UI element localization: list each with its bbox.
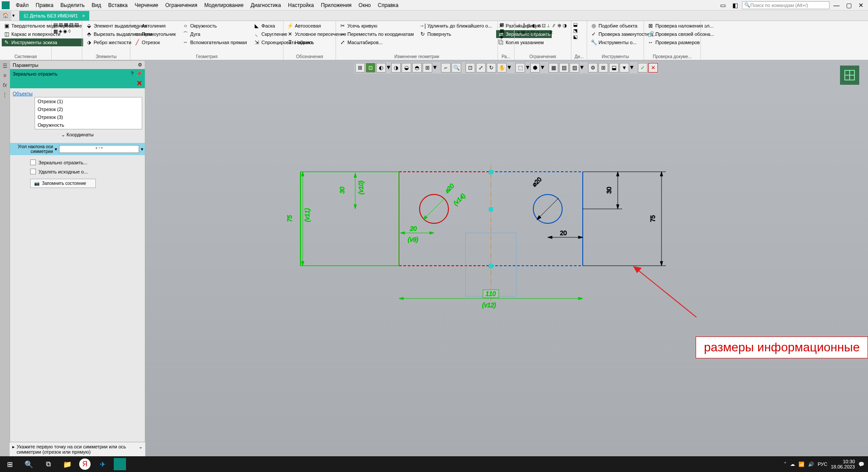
constraint-icon[interactable]: ⊙ <box>527 23 531 28</box>
constraint-icon[interactable]: □ <box>545 30 548 35</box>
menu-file[interactable]: Файл <box>12 1 32 9</box>
dropdown-icon[interactable]: ▾ <box>141 146 144 152</box>
extend-button[interactable]: →|Удлинить до ближайшего о... <box>418 22 494 30</box>
angle-input[interactable]: ° ' " <box>59 145 139 153</box>
vt-apply-icon[interactable]: ✓ <box>638 63 648 73</box>
tool-icon[interactable]: ▩ <box>53 28 58 34</box>
vt-icon[interactable]: ⊞ <box>423 63 432 73</box>
pin-icon[interactable]: 📌 <box>136 71 142 76</box>
dropdown-icon[interactable]: ▾ <box>541 63 544 73</box>
start-button[interactable]: ⊞ <box>0 456 19 472</box>
vt-icon[interactable]: ⊞ <box>598 63 608 73</box>
dropdown-icon[interactable]: ▾ <box>433 63 437 73</box>
layout2-icon[interactable]: ◧ <box>730 1 740 9</box>
vt-icon[interactable]: ▨ <box>570 63 579 73</box>
vt-cancel-icon[interactable]: ✕ <box>648 63 658 73</box>
layout-icon[interactable]: ▭ <box>718 1 728 9</box>
cloud-icon[interactable]: ☁ <box>790 462 795 467</box>
vt-icon[interactable]: ◐ <box>376 63 386 73</box>
menu-insert[interactable]: Вставка <box>105 1 131 9</box>
kompas-button[interactable] <box>114 458 126 470</box>
tool-icon[interactable]: ▥ <box>59 22 63 28</box>
overlap-check-button[interactable]: ⊠Проверка наложения эл... <box>646 22 716 30</box>
list-icon[interactable]: ⋮ <box>1 91 9 99</box>
taskview-button[interactable]: ⧉ <box>38 456 58 472</box>
vt-icon[interactable]: ⚙ <box>588 63 598 73</box>
dropdown-icon[interactable]: ▾ <box>526 63 529 73</box>
tool-icon[interactable]: ◈ <box>500 34 504 40</box>
explorer-button[interactable]: 📁 <box>58 456 77 472</box>
menu-diagnostics[interactable]: Диагностика <box>247 1 285 9</box>
tab-close-icon[interactable]: × <box>82 13 85 18</box>
dropdown-icon[interactable]: ▾ <box>387 63 390 73</box>
tab-dropdown[interactable]: ▾ <box>12 13 19 18</box>
objects-label[interactable]: Объекты <box>13 91 32 96</box>
yandex-button[interactable]: Я <box>79 458 91 470</box>
constraint-icon[interactable]: ⊡ <box>542 23 546 28</box>
tool-icon[interactable]: ◊ <box>68 28 70 34</box>
delete-checkbox-row[interactable]: Удалять исходные о... <box>13 167 142 176</box>
menu-modeling[interactable]: Моделирование <box>201 1 247 9</box>
constraint-icon[interactable]: ⫽ <box>551 23 556 28</box>
rectangle-button[interactable]: ▭Прямоугольник <box>132 30 177 38</box>
dropdown-icon[interactable]: ▾ <box>630 63 634 73</box>
menu-select[interactable]: Выделить <box>57 1 88 9</box>
checkbox[interactable] <box>30 169 36 174</box>
menu-draw[interactable]: Черчение <box>131 1 162 9</box>
list-item[interactable]: Отрезок (2) <box>35 105 142 113</box>
vt-icon[interactable]: ◓ <box>412 63 422 73</box>
vt-icon[interactable]: ✋ <box>497 63 507 73</box>
aux-line-button[interactable]: ╌Вспомогательная прямая <box>181 38 248 46</box>
tool-icon[interactable]: ◉ <box>63 28 67 34</box>
list-item[interactable]: Окружность <box>35 121 142 129</box>
tool-icon[interactable]: ▩ <box>500 28 504 34</box>
checkbox[interactable] <box>30 160 36 165</box>
command-search[interactable]: 🔍 Поиск по командам (Alt+/) <box>742 1 830 9</box>
list-item[interactable]: Отрезок (1) <box>35 97 142 105</box>
notifications-icon[interactable]: 💬 <box>858 462 864 467</box>
wifi-icon[interactable]: 📶 <box>798 462 805 467</box>
constraint-icon[interactable]: ≡ <box>538 23 540 28</box>
drawing-canvas[interactable]: ⊞ ⊡ ◐▾ ◑ ◒ ◓ ⊞▾ ⌐ 🔍 ⊡ ⤢ ↻ ✋▾ ⬚▾ ⬢▾ ▦ ▧ ▨… <box>145 60 868 456</box>
tool-icon[interactable]: ⬓ <box>573 22 578 28</box>
menu-view[interactable]: Вид <box>88 1 105 9</box>
document-tab[interactable]: ◱ Деталь БЕЗ ИМЕНИ1 × <box>19 11 89 21</box>
tool-icon[interactable]: ◈ <box>59 28 62 34</box>
tool-icon[interactable]: ▤ <box>53 22 58 28</box>
fx-icon[interactable]: fx <box>1 81 9 89</box>
circle-button[interactable]: ○Окружность <box>181 22 248 30</box>
tool-icon[interactable]: ⬕ <box>573 34 578 40</box>
constraint-icon[interactable]: ✕ <box>549 30 553 35</box>
vt-icon[interactable]: ⊡ <box>366 63 375 73</box>
tool-icon[interactable]: ⬔ <box>573 28 578 34</box>
vt-icon[interactable]: ⬢ <box>530 63 540 73</box>
vt-icon[interactable]: ⬓ <box>609 63 619 73</box>
vt-icon[interactable]: ▦ <box>549 63 558 73</box>
dropdown-icon[interactable]: ▾ <box>580 63 584 73</box>
home-tab[interactable]: 🏠 <box>0 11 11 21</box>
move-button[interactable]: ↔Переместить по координатам <box>338 30 415 38</box>
vt-icon[interactable]: ⬚ <box>515 63 525 73</box>
chevron-icon[interactable]: ⌄ <box>139 444 143 455</box>
layers-icon[interactable]: ≡ <box>1 72 9 80</box>
tool-icon[interactable]: ▦ <box>64 22 68 28</box>
dropdown-icon[interactable]: ▾ <box>508 63 511 73</box>
objects-list[interactable]: Отрезок (1) Отрезок (2) Отрезок (3) Окру… <box>35 97 142 129</box>
tray-chevron-icon[interactable]: ˄ <box>784 462 787 467</box>
rotate-button[interactable]: ↻Повернуть <box>418 30 494 38</box>
menu-help[interactable]: Справка <box>374 1 402 9</box>
constraint-icon[interactable]: ⟂ <box>547 23 550 28</box>
vt-icon[interactable]: ◒ <box>402 63 411 73</box>
menu-constraints[interactable]: Ограничения <box>162 1 201 9</box>
vt-icon[interactable]: ⌐ <box>441 63 451 73</box>
lang-indicator[interactable]: РУС <box>818 462 827 467</box>
constraint-icon[interactable]: ○ <box>541 30 544 35</box>
minimize-button[interactable]: — <box>831 1 842 9</box>
constraint-icon[interactable]: ▽ <box>531 30 535 35</box>
constraint-icon[interactable]: ∥ <box>523 23 525 28</box>
menu-apps[interactable]: Приложения <box>317 1 355 9</box>
vt-icon[interactable]: ↻ <box>486 63 496 73</box>
gear-icon[interactable]: ⚙ <box>138 62 142 68</box>
constraint-icon[interactable]: ⊥ <box>517 23 522 28</box>
vt-icon[interactable]: ▧ <box>559 63 569 73</box>
